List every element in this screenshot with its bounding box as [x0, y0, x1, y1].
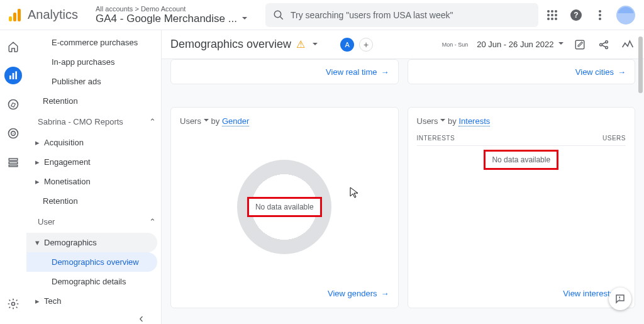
sidebar-item-inapp-purchases[interactable]: In-app purchases: [26, 52, 157, 72]
share-icon[interactable]: [596, 37, 611, 52]
sidebar-item-ecommerce-purchases[interactable]: E-commerce purchases: [26, 33, 157, 52]
by-label: by: [448, 116, 457, 126]
svg-rect-28: [9, 165, 18, 167]
link-label: View cities: [575, 67, 614, 77]
card-title[interactable]: Users by Gender: [180, 116, 389, 126]
sidebar-item-label: Monetisation: [44, 177, 91, 186]
svg-point-13: [555, 18, 557, 20]
column-header: INTERESTS: [417, 135, 455, 142]
svg-line-4: [280, 16, 283, 20]
help-icon[interactable]: ?: [569, 8, 584, 23]
sidebar-item-demographics-overview[interactable]: Demographics overview: [26, 252, 157, 272]
svg-rect-21: [15, 71, 17, 79]
configure-icon[interactable]: [4, 154, 22, 171]
chevron-down-icon: [556, 40, 564, 49]
svg-point-11: [547, 18, 550, 20]
view-genders-link[interactable]: View genders →: [328, 289, 389, 298]
svg-point-16: [599, 10, 601, 13]
apps-icon[interactable]: [545, 8, 560, 23]
main-content: Demographics overview ⚠ A + Mon - Sun 20…: [162, 30, 644, 324]
admin-icon[interactable]: [4, 295, 22, 313]
sidebar-user-label: User: [38, 217, 55, 226]
sidebar-item-tech[interactable]: ▸Tech: [26, 291, 157, 311]
chevron-down-icon: [240, 13, 247, 25]
chevron-down-icon: [438, 116, 445, 126]
sidebar-item-demographics[interactable]: ▾Demographics: [26, 233, 157, 252]
app-header: Analytics All accounts > Demo Account GA…: [0, 0, 644, 30]
caret-right-icon: ▸: [34, 157, 40, 167]
date-range-picker[interactable]: 20 Jun - 26 Jun 2022: [477, 40, 564, 49]
advertising-icon[interactable]: [4, 125, 22, 142]
view-cities-link[interactable]: View cities →: [575, 67, 626, 77]
svg-rect-30: [575, 40, 584, 49]
reports-icon[interactable]: [4, 67, 22, 84]
svg-point-35: [619, 299, 621, 300]
date-label: Mon - Sun: [442, 42, 469, 48]
analytics-logo-icon: [8, 8, 23, 23]
sidebar-item-retention[interactable]: Retention: [26, 91, 157, 111]
svg-point-7: [555, 10, 557, 13]
dimension-label: Gender: [222, 116, 249, 126]
card-users-by-interests: Users by Interests INTERESTS USERS No da…: [408, 107, 636, 308]
caret-down-icon: ▾: [34, 238, 40, 247]
sidebar-item-retention-2[interactable]: Retention: [26, 191, 157, 211]
link-label: View interests: [563, 289, 614, 298]
link-label: View real time: [326, 67, 377, 77]
sidebar-item-demographic-details[interactable]: Demographic details: [26, 272, 157, 291]
sidebar-collection-header[interactable]: Sabrina - CMO Reports ⌃: [26, 111, 161, 133]
search-bar[interactable]: Try searching "users from USA last week": [265, 3, 538, 27]
home-icon[interactable]: [4, 38, 22, 55]
svg-rect-0: [9, 16, 12, 21]
collapse-sidebar-button[interactable]: ‹: [139, 311, 161, 324]
insights-icon[interactable]: [620, 37, 635, 52]
sidebar-item-monetisation[interactable]: ▸Monetisation: [26, 172, 157, 191]
svg-point-10: [555, 14, 557, 16]
chevron-up-icon: ⌃: [149, 217, 156, 226]
svg-rect-27: [9, 162, 18, 164]
feedback-button[interactable]: [609, 288, 631, 310]
sidebar-user-header[interactable]: User ⌃: [26, 211, 161, 233]
account-switcher[interactable]: All accounts > Demo Account GA4 - Google…: [96, 5, 253, 25]
nav-rail: [0, 30, 26, 324]
search-placeholder: Try searching "users from USA last week": [291, 10, 453, 20]
svg-rect-2: [18, 9, 21, 21]
report-sidebar: E-commerce purchases In-app purchases Pu…: [26, 30, 162, 324]
date-range-text: 20 Jun - 26 Jun 2022: [477, 40, 553, 49]
chat-icon: [614, 293, 626, 304]
table-header: INTERESTS USERS: [417, 135, 626, 146]
comparison-chip[interactable]: A: [340, 38, 354, 52]
explore-icon[interactable]: [4, 96, 22, 113]
property-name: GA4 - Google Merchandise ...: [96, 13, 253, 25]
chevron-down-icon[interactable]: [310, 39, 318, 50]
metric-label: Users: [417, 116, 438, 126]
no-data-highlight: No data available: [247, 197, 322, 217]
sidebar-item-label: Acquisition: [44, 138, 84, 147]
svg-rect-1: [13, 13, 16, 21]
svg-point-18: [599, 18, 601, 20]
add-comparison-button[interactable]: +: [359, 38, 373, 52]
svg-point-22: [9, 100, 18, 109]
sidebar-item-engagement[interactable]: ▸Engagement: [26, 152, 157, 172]
view-realtime-link[interactable]: View real time →: [326, 67, 389, 77]
property-name-text: GA4 - Google Merchandise ...: [96, 13, 237, 25]
sidebar-item-publisher-ads[interactable]: Publisher ads: [26, 72, 157, 91]
edit-report-icon[interactable]: [572, 37, 587, 52]
scrollbar-thumb[interactable]: [638, 36, 643, 93]
card-stub-realtime: View real time →: [170, 59, 399, 84]
search-icon: [273, 9, 284, 21]
metric-label: Users: [180, 116, 201, 126]
product-logo[interactable]: Analytics: [8, 8, 78, 23]
svg-point-8: [547, 14, 550, 16]
breadcrumb: All accounts > Demo Account: [96, 5, 253, 13]
caret-right-icon: ▸: [34, 177, 40, 186]
no-data-highlight: No data available: [484, 150, 558, 170]
more-vert-icon[interactable]: [592, 8, 608, 23]
card-title[interactable]: Users by Interests: [417, 116, 626, 126]
sidebar-item-acquisition[interactable]: ▸Acquisition: [26, 133, 157, 152]
svg-point-5: [547, 10, 550, 13]
svg-text:?: ?: [574, 11, 578, 20]
warning-icon[interactable]: ⚠: [296, 38, 305, 50]
user-avatar[interactable]: [616, 6, 635, 25]
svg-point-29: [12, 303, 15, 306]
card-users-by-gender: Users by Gender No data available View g…: [170, 107, 399, 308]
